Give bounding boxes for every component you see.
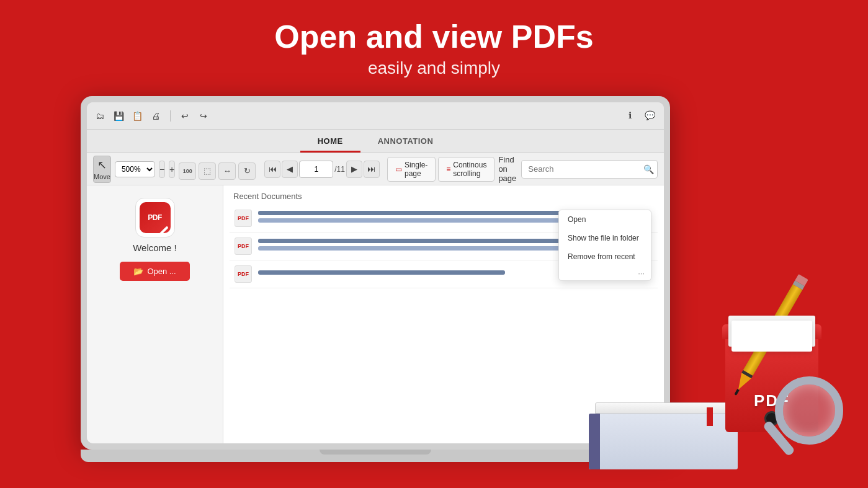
hero-title: Open and view PDFs <box>0 19 868 56</box>
nav-row: ↖ Move 500% − + 100 ⬚ ↔ ↻ <box>87 153 664 185</box>
doc-subtitle-line-1 <box>258 218 594 223</box>
context-menu-open[interactable]: Open <box>559 210 651 229</box>
chat-icon[interactable]: 💬 <box>643 109 656 122</box>
find-label: Find on page <box>498 155 516 183</box>
laptop-base <box>81 450 670 462</box>
main-content: Recent Documents PDF Open <box>223 185 664 443</box>
logo-pdf-text: PDF <box>148 213 162 222</box>
single-page-button[interactable]: ▭ Single-page <box>387 157 436 182</box>
move-label: Move <box>94 173 110 180</box>
doc-icon-3: PDF <box>235 265 252 283</box>
folder-icon[interactable]: 🗂 <box>93 109 107 123</box>
continuous-scroll-icon: ≡ <box>446 165 450 174</box>
continuous-scroll-label: Continous scrolling <box>453 161 486 178</box>
view-options: 100 ⬚ ↔ ↻ <box>179 162 256 180</box>
left-panel: PDF Welcome ! 📂 Open ... <box>87 185 223 443</box>
context-menu-show-in-folder[interactable]: Show the file in folder <box>559 229 651 247</box>
app-logo: PDF <box>135 198 175 237</box>
doc-subtitle-line-2 <box>258 246 581 251</box>
next-page-button[interactable]: ▶ <box>346 161 362 178</box>
rotate-icon[interactable]: ↻ <box>238 162 256 180</box>
context-menu-more[interactable]: ··· <box>559 266 651 280</box>
welcome-text: Welcome ! <box>133 242 177 253</box>
toolbar: 🗂 💾 📋 🖨 ↩ ↪ HOME ANNOTATION ℹ <box>87 102 664 130</box>
find-area: Find on page 🔍 <box>498 155 658 183</box>
search-input[interactable] <box>521 160 658 179</box>
tab-bar: HOME ANNOTATION <box>87 130 664 153</box>
logo-inner: PDF <box>140 202 171 233</box>
laptop-container: 🗂 💾 📋 🖨 ↩ ↪ HOME ANNOTATION ℹ <box>81 96 670 468</box>
save-icon[interactable]: 💾 <box>112 109 125 123</box>
open-button[interactable]: 📂 Open ... <box>120 262 189 281</box>
move-button[interactable]: ↖ Move <box>93 156 111 183</box>
last-page-button[interactable]: ⏭ <box>364 161 380 178</box>
tab-home[interactable]: HOME <box>300 131 360 153</box>
fit-page-icon[interactable]: ⬚ <box>199 162 216 180</box>
app-ui: 🗂 💾 📋 🖨 ↩ ↪ HOME ANNOTATION ℹ <box>87 102 664 443</box>
doc-icon-2: PDF <box>235 237 252 255</box>
single-page-icon: ▭ <box>395 165 402 174</box>
open-button-label: Open ... <box>147 267 176 276</box>
recent-docs-label: Recent Documents <box>223 185 664 205</box>
save-as-icon[interactable]: 📋 <box>130 109 144 123</box>
view-mode-buttons: ▭ Single-page ≡ Continous scrolling <box>387 157 494 182</box>
print-icon[interactable]: 🖨 <box>149 109 163 123</box>
laptop-screen-outer: 🗂 💾 📋 🖨 ↩ ↪ HOME ANNOTATION ℹ <box>81 96 670 450</box>
hero-section: Open and view PDFs easily and simply <box>0 19 868 78</box>
doc-icon-1: PDF <box>235 210 252 227</box>
toolbar-separator-1 <box>170 110 171 122</box>
hero-subtitle: easily and simply <box>0 58 868 78</box>
actual-size-icon[interactable]: 100 <box>179 162 196 180</box>
context-menu-remove[interactable]: Remove from recent <box>559 247 651 266</box>
info-icon[interactable]: ℹ <box>623 109 637 122</box>
continuous-scroll-button[interactable]: ≡ Continous scrolling <box>438 157 494 182</box>
doc-title-line-2 <box>258 239 600 243</box>
open-file-icon: 📂 <box>133 267 143 276</box>
laptop-screen-inner: 🗂 💾 📋 🖨 ↩ ↪ HOME ANNOTATION ℹ <box>87 102 664 443</box>
cursor-icon: ↖ <box>97 158 107 172</box>
tab-annotation[interactable]: ANNOTATION <box>360 131 451 153</box>
zoom-in-button[interactable]: + <box>169 161 175 178</box>
logo-pencil <box>159 226 169 236</box>
search-input-wrap: 🔍 <box>521 160 658 179</box>
redo-icon[interactable]: ↪ <box>197 109 210 123</box>
prev-page-button[interactable]: ◀ <box>282 161 298 178</box>
first-page-button[interactable]: ⏮ <box>264 161 280 178</box>
page-number-input[interactable] <box>299 161 333 178</box>
fit-width-icon[interactable]: ↔ <box>218 162 236 180</box>
undo-icon[interactable]: ↩ <box>178 109 192 123</box>
doc-title-line-3 <box>258 270 505 275</box>
doc-list: PDF Open Show the file in folder Remove … <box>223 205 664 288</box>
page-navigation: ⏮ ◀ /11 ▶ ⏭ <box>264 161 380 178</box>
search-icon[interactable]: 🔍 <box>643 164 654 174</box>
context-menu: Open Show the file in folder Remove from… <box>558 210 651 281</box>
single-page-label: Single-page <box>405 161 427 178</box>
zoom-select[interactable]: 500% <box>115 161 155 177</box>
doc-row-1[interactable]: PDF Open Show the file in folder Remove … <box>230 205 658 233</box>
zoom-out-button[interactable]: − <box>159 161 165 178</box>
page-total: /11 <box>334 165 345 174</box>
